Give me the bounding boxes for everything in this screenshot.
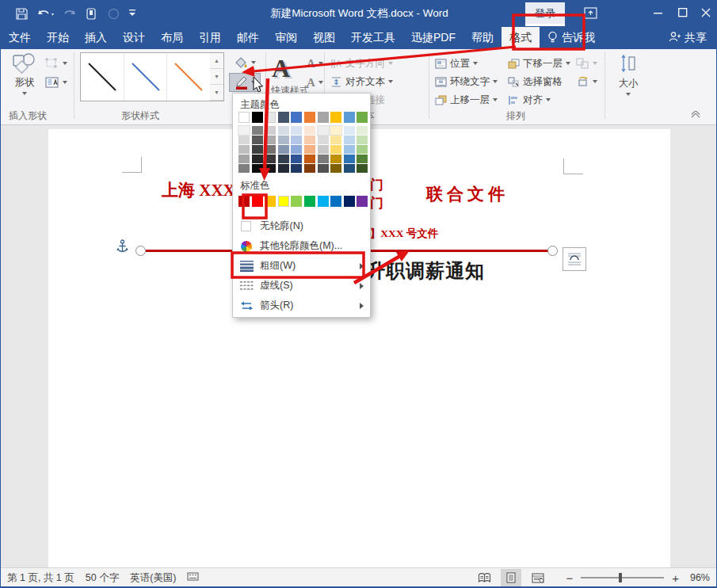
theme-color-swatch-2[interactable] (265, 112, 276, 123)
variant-swatch-0-2[interactable] (238, 145, 250, 154)
variant-swatch-3-1[interactable] (278, 136, 289, 144)
variant-swatch-0-3[interactable] (238, 155, 250, 163)
layout-options-button[interactable] (563, 247, 586, 271)
zoom-out-button[interactable]: − (566, 571, 573, 585)
standard-color-swatch-1[interactable] (252, 196, 263, 207)
size-button[interactable]: 大小 (611, 54, 646, 109)
variant-swatch-6-0[interactable] (318, 126, 329, 135)
text-direction-button[interactable]: 文字方向 (330, 55, 393, 71)
gallery-scroll-down-icon[interactable]: ▼ (210, 69, 223, 85)
page-indicator[interactable]: 第 1 页, 共 1 页 (7, 571, 74, 585)
send-backward-button[interactable]: 下移一层 (508, 55, 570, 71)
web-layout-button[interactable] (528, 569, 548, 586)
tab-文件[interactable]: 文件 (1, 27, 39, 49)
variant-swatch-1-4[interactable] (252, 164, 263, 173)
tab-视图[interactable]: 视图 (305, 27, 343, 49)
collapse-ribbon-button[interactable] (690, 108, 701, 122)
menu-item-arrows[interactable]: 箭头(R) (233, 296, 370, 315)
gallery-more-icon[interactable]: ▼ (210, 85, 223, 101)
variant-swatch-7-0[interactable] (330, 126, 341, 135)
variant-swatch-8-4[interactable] (344, 164, 355, 173)
position-button[interactable]: 位置 (435, 55, 478, 71)
variant-swatch-2-3[interactable] (265, 155, 276, 163)
variant-swatch-6-3[interactable] (318, 155, 329, 163)
keyboard-icon[interactable] (187, 571, 199, 584)
close-button[interactable] (693, 0, 717, 25)
theme-color-swatch-9[interactable] (357, 112, 368, 123)
variant-swatch-5-2[interactable] (304, 145, 315, 154)
language-indicator[interactable]: 英语(美国) (130, 571, 176, 585)
standard-color-swatch-5[interactable] (304, 196, 315, 207)
align-button[interactable]: 对齐 (508, 92, 551, 108)
gallery-scroll-up-icon[interactable]: ▲ (210, 53, 223, 69)
variant-swatch-6-4[interactable] (318, 164, 329, 173)
variant-swatch-8-0[interactable] (344, 126, 355, 135)
variant-swatch-7-3[interactable] (330, 155, 341, 163)
standard-color-swatch-9[interactable] (357, 196, 368, 207)
standard-color-swatch-6[interactable] (318, 196, 329, 207)
theme-color-swatch-1[interactable] (252, 112, 263, 123)
group-objects-button[interactable] (576, 55, 597, 71)
menu-item-weight[interactable]: 粗细(W) (233, 256, 370, 276)
variant-swatch-9-0[interactable] (357, 126, 368, 135)
tab-帮助[interactable]: 帮助 (463, 27, 502, 49)
word-count[interactable]: 50 个字 (86, 571, 119, 585)
tab-tellme[interactable]: 告诉我 (540, 27, 603, 49)
selection-pane-button[interactable]: 选择窗格 (508, 74, 563, 90)
variant-swatch-3-4[interactable] (278, 164, 289, 173)
variant-swatch-4-0[interactable] (291, 126, 302, 135)
bring-forward-button[interactable]: 上移一层 (435, 92, 498, 108)
variant-swatch-3-2[interactable] (278, 145, 289, 154)
variant-swatch-9-1[interactable] (357, 136, 368, 144)
gallery-scrollbar[interactable]: ▲ ▼ ▼ (210, 52, 224, 101)
standard-color-swatch-7[interactable] (330, 196, 341, 207)
menu-item-dashes[interactable]: 虚线(S) (233, 276, 370, 296)
variant-swatch-2-0[interactable] (265, 126, 276, 135)
text-outline-button[interactable]: A (307, 74, 323, 90)
theme-color-swatch-0[interactable] (238, 112, 250, 123)
zoom-in-button[interactable]: + (672, 571, 679, 585)
variant-swatch-0-0[interactable] (238, 126, 250, 135)
tab-引用[interactable]: 引用 (191, 27, 229, 49)
variant-swatch-3-0[interactable] (278, 126, 289, 135)
print-layout-button[interactable] (501, 569, 521, 586)
variant-swatch-1-1[interactable] (252, 136, 263, 144)
variant-swatch-8-1[interactable] (344, 136, 355, 144)
zoom-slider[interactable] (581, 577, 664, 578)
theme-color-swatch-6[interactable] (318, 112, 329, 123)
tab-开发工具[interactable]: 开发工具 (343, 27, 403, 49)
variant-swatch-3-3[interactable] (278, 155, 289, 163)
variant-swatch-4-1[interactable] (291, 136, 302, 144)
line-handle-right[interactable] (547, 246, 558, 256)
text-box-button[interactable] (45, 74, 67, 90)
tab-share[interactable]: 共享 (661, 27, 717, 49)
theme-color-swatch-3[interactable] (278, 112, 289, 123)
variant-swatch-5-0[interactable] (304, 126, 315, 135)
variant-swatch-5-1[interactable] (304, 136, 315, 144)
line-style-blue[interactable] (124, 53, 168, 101)
wordart-styles-button[interactable]: A (272, 54, 300, 86)
standard-color-swatch-2[interactable] (265, 196, 276, 207)
variant-swatch-6-1[interactable] (318, 136, 329, 144)
text-fill-button[interactable]: A (307, 55, 323, 71)
maximize-button[interactable] (670, 0, 696, 25)
variant-swatch-2-4[interactable] (265, 164, 276, 173)
variant-swatch-9-3[interactable] (357, 155, 368, 163)
signin-button[interactable]: 登录 (525, 2, 565, 24)
variant-swatch-0-1[interactable] (238, 136, 250, 144)
zoom-level[interactable]: 96% (690, 572, 710, 583)
variant-swatch-1-3[interactable] (252, 155, 263, 163)
wrap-text-button[interactable]: 环绕文字 (435, 74, 498, 90)
tab-格式[interactable]: 格式 (502, 27, 540, 49)
insert-shapes-button[interactable]: 形状 (7, 52, 42, 105)
variant-swatch-1-2[interactable] (252, 145, 263, 154)
minimize-button[interactable] (646, 0, 671, 25)
theme-color-swatch-8[interactable] (344, 112, 355, 123)
tab-审阅[interactable]: 审阅 (267, 27, 305, 49)
tab-布局[interactable]: 布局 (153, 27, 191, 49)
edit-shape-button[interactable] (45, 55, 67, 71)
ribbon-display-options-button[interactable] (578, 0, 603, 25)
variant-swatch-4-4[interactable] (291, 164, 302, 173)
rotate-button[interactable] (576, 74, 597, 90)
variant-swatch-7-2[interactable] (330, 145, 341, 154)
